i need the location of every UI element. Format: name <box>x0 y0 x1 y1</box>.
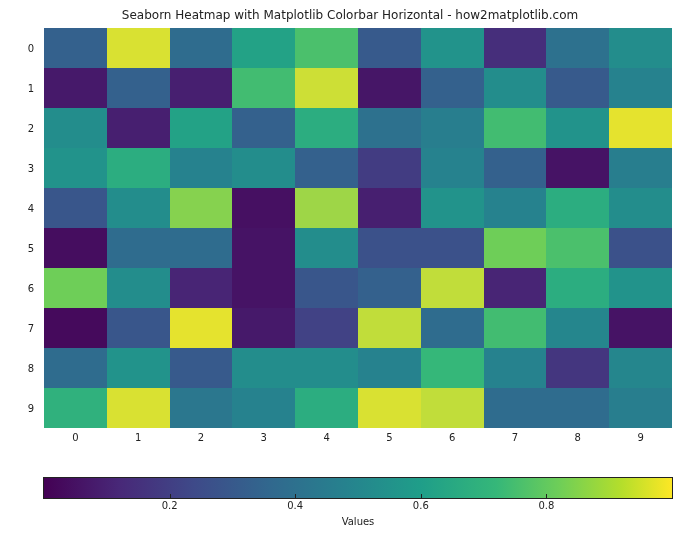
heatmap-cell <box>358 268 421 308</box>
heatmap-cell <box>358 228 421 268</box>
heatmap-cell <box>170 268 233 308</box>
heatmap-cell <box>609 68 672 108</box>
heatmap-grid <box>44 28 672 428</box>
heatmap-cell <box>421 108 484 148</box>
heatmap-cell <box>44 308 107 348</box>
heatmap-cell <box>107 188 170 228</box>
heatmap-cell <box>609 348 672 388</box>
heatmap-cell <box>484 308 547 348</box>
heatmap-cell <box>170 308 233 348</box>
colorbar-tick-label: 0.6 <box>413 500 429 511</box>
heatmap-cell <box>295 348 358 388</box>
heatmap-cell <box>358 348 421 388</box>
heatmap-cell <box>107 228 170 268</box>
y-tick-label: 7 <box>28 323 34 334</box>
colorbar-tickmark <box>546 494 547 498</box>
heatmap-cell <box>295 388 358 428</box>
heatmap-cell <box>609 388 672 428</box>
heatmap-cell <box>421 28 484 68</box>
heatmap-cell <box>546 308 609 348</box>
heatmap-cell <box>44 228 107 268</box>
heatmap-cell <box>107 28 170 68</box>
colorbar-label: Values <box>44 516 672 527</box>
heatmap-cell <box>609 28 672 68</box>
heatmap-cell <box>546 348 609 388</box>
heatmap-cell <box>546 148 609 188</box>
heatmap-cell <box>421 188 484 228</box>
heatmap-cell <box>484 108 547 148</box>
y-tick-label: 2 <box>28 123 34 134</box>
heatmap-cell <box>295 188 358 228</box>
heatmap-cell <box>44 68 107 108</box>
heatmap-cell <box>107 148 170 188</box>
heatmap-cell <box>484 348 547 388</box>
heatmap-cell <box>170 188 233 228</box>
heatmap-cell <box>107 308 170 348</box>
colorbar <box>44 478 672 498</box>
heatmap-cell <box>358 188 421 228</box>
heatmap-cell <box>546 228 609 268</box>
figure: Seaborn Heatmap with Matplotlib Colorbar… <box>0 0 700 560</box>
heatmap-cell <box>232 348 295 388</box>
y-tick-label: 4 <box>28 203 34 214</box>
y-tick-label: 3 <box>28 163 34 174</box>
y-tick-label: 9 <box>28 403 34 414</box>
heatmap-cell <box>232 228 295 268</box>
heatmap-cell <box>546 28 609 68</box>
heatmap-cell <box>421 268 484 308</box>
heatmap-cell <box>421 228 484 268</box>
colorbar-tick-label: 0.4 <box>287 500 303 511</box>
y-axis-ticks: 0123456789 <box>0 28 40 428</box>
heatmap-cell <box>484 228 547 268</box>
heatmap-cell <box>232 388 295 428</box>
heatmap-cell <box>232 308 295 348</box>
heatmap-cell <box>232 28 295 68</box>
heatmap-cell <box>107 108 170 148</box>
heatmap-cell <box>609 268 672 308</box>
heatmap-cell <box>421 308 484 348</box>
heatmap-cell <box>44 148 107 188</box>
heatmap-cell <box>44 348 107 388</box>
heatmap-cell <box>358 308 421 348</box>
chart-title: Seaborn Heatmap with Matplotlib Colorbar… <box>0 8 700 22</box>
y-tick-label: 8 <box>28 363 34 374</box>
x-tick-label: 9 <box>637 432 643 443</box>
heatmap-cell <box>107 348 170 388</box>
heatmap-cell <box>609 188 672 228</box>
heatmap-cell <box>107 68 170 108</box>
heatmap-cell <box>484 268 547 308</box>
x-tick-label: 6 <box>449 432 455 443</box>
heatmap-cell <box>609 228 672 268</box>
heatmap-cell <box>232 268 295 308</box>
heatmap-cell <box>44 108 107 148</box>
heatmap-cell <box>295 268 358 308</box>
heatmap-cell <box>170 28 233 68</box>
y-tick-label: 6 <box>28 283 34 294</box>
heatmap-cell <box>44 388 107 428</box>
heatmap-cell <box>546 268 609 308</box>
heatmap-cell <box>232 148 295 188</box>
x-tick-label: 2 <box>198 432 204 443</box>
heatmap-cell <box>421 68 484 108</box>
colorbar-tickmark <box>421 494 422 498</box>
colorbar-tickmark <box>295 494 296 498</box>
heatmap-cell <box>170 108 233 148</box>
heatmap-cell <box>107 268 170 308</box>
heatmap-cell <box>44 28 107 68</box>
heatmap-cell <box>358 28 421 68</box>
heatmap-cell <box>107 388 170 428</box>
heatmap-cell <box>421 348 484 388</box>
heatmap-cell <box>170 348 233 388</box>
heatmap-cell <box>484 188 547 228</box>
heatmap-cell <box>609 308 672 348</box>
heatmap-cell <box>484 68 547 108</box>
heatmap-cell <box>484 388 547 428</box>
x-tick-label: 1 <box>135 432 141 443</box>
heatmap-cell <box>295 148 358 188</box>
heatmap-cell <box>484 148 547 188</box>
heatmap-cell <box>44 268 107 308</box>
heatmap-cell <box>546 108 609 148</box>
heatmap-cell <box>295 308 358 348</box>
heatmap-cell <box>232 108 295 148</box>
colorbar-gradient <box>44 478 672 498</box>
